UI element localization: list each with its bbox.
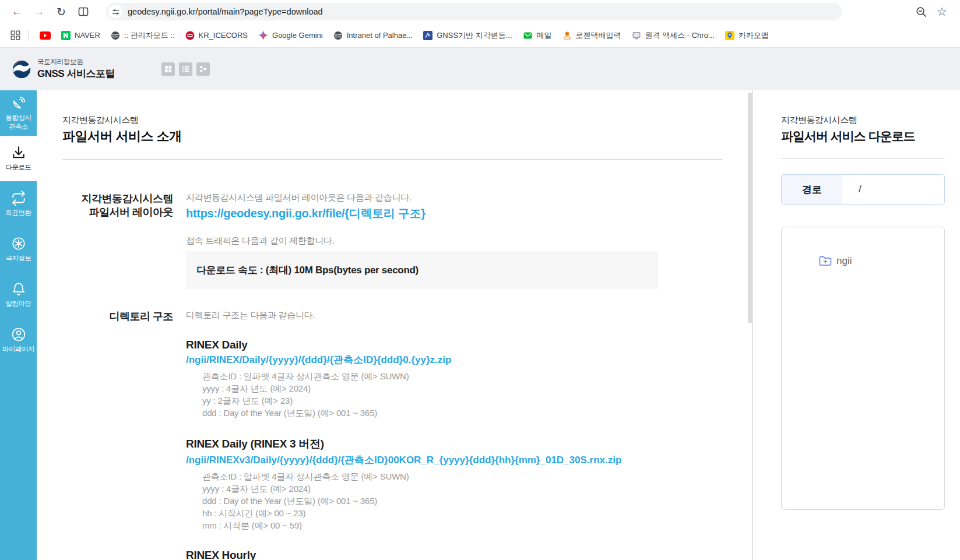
sidebar-item-label: 마이페이지 bbox=[2, 345, 34, 353]
bookmark-intranet-palhae[interactable]: Intranet of Palhae... bbox=[328, 28, 418, 43]
sidebar-item-integrated-stations[interactable]: 통합상시관측소 bbox=[0, 90, 37, 136]
spec-line: yy : 2글자 년도 (예> 23) bbox=[202, 395, 722, 407]
spec-line: ddd : Day of the Year (년도일) (예> 001 ~ 36… bbox=[202, 495, 722, 507]
address-bar[interactable]: geodesy.ngii.go.kr/portal/main?pageType=… bbox=[106, 3, 842, 20]
gemini-icon bbox=[258, 30, 268, 40]
fileserver-url-link[interactable]: https://geodesy.ngii.go.kr/file/{디렉토리 구조… bbox=[186, 206, 426, 221]
main-scrollbar-thumb[interactable] bbox=[748, 93, 752, 323]
list-view-icon[interactable] bbox=[179, 62, 192, 76]
dir-group-rinex-daily-v3: RINEX Daily (RINEX 3 버전) /ngii/RINEXv3/D… bbox=[186, 436, 722, 531]
section-label: 디렉토리 구조 bbox=[62, 310, 173, 560]
youtube-icon bbox=[40, 31, 51, 40]
forward-icon[interactable]: → bbox=[30, 3, 48, 20]
sidebar-item-label: 극지정보 bbox=[6, 254, 31, 262]
apps-grid-icon[interactable] bbox=[7, 27, 23, 44]
bookmark-admin-mode[interactable]: :: 관리자모드 :: bbox=[106, 27, 180, 44]
bookmark-label: 원격 액세스 - Chro... bbox=[645, 30, 715, 41]
sidebar-nav: 통합상시관측소 다운로드 좌표변환 bbox=[0, 90, 37, 560]
path-value: / bbox=[842, 175, 944, 204]
sidebar-item-notice[interactable]: 알림마당 bbox=[0, 272, 37, 318]
main-pane: 지각변동감시시스템 파일서버 서비스 소개 지각변동감시시스템 파일서버 레이아… bbox=[37, 90, 753, 560]
bookmark-label: 메일 bbox=[537, 30, 552, 41]
directory-description: 디렉토리 구조는 다음과 같습니다. bbox=[186, 310, 722, 321]
bookmark-label: GNSS기반 지각변동... bbox=[437, 30, 512, 41]
person-icon bbox=[11, 327, 26, 342]
dir-group-rinex-hourly: RINEX Hourly /ngii/RINEX/Hourly/{yyyy}/{… bbox=[186, 549, 722, 560]
section-label: 지각변동감시시스템 파일서버 레이아웃 bbox=[62, 192, 173, 289]
bookmark-kakaomap[interactable]: 카카오맵 bbox=[720, 27, 774, 44]
sidebar-item-download[interactable]: 다운로드 bbox=[0, 136, 37, 181]
heading-divider bbox=[62, 159, 722, 160]
icecors-icon bbox=[185, 31, 195, 40]
speed-limit-text: 다운로드 속도 : (최대) 10M Bps(bytes per second) bbox=[196, 265, 419, 276]
dir-group-path: /ngii/RINEX/Daily/{yyyy}/{ddd}/{관측소ID}{d… bbox=[186, 353, 451, 367]
bookmark-google-gemini[interactable]: Google Gemini bbox=[253, 27, 328, 43]
mail-icon bbox=[523, 31, 533, 40]
download-panel: 지각변동감시시스템 파일서버 서비스 다운로드 경로 / ngii bbox=[753, 90, 960, 560]
spec-line: hh : 시작시간 (예> 00 ~ 23) bbox=[202, 507, 722, 519]
reload-icon[interactable]: ↻ bbox=[52, 3, 70, 20]
bookmark-star-icon[interactable]: ☆ bbox=[937, 6, 947, 17]
bookmarks-separator bbox=[28, 30, 29, 41]
spec-line: yyyy : 4글자 년도 (예> 2024) bbox=[202, 482, 722, 495]
site-logo[interactable]: 국토지리정보원 GNSS 서비스포털 bbox=[12, 58, 115, 80]
split-view-icon[interactable] bbox=[75, 3, 92, 20]
satellite-dish-icon bbox=[11, 96, 26, 111]
portal-title: GNSS 서비스포털 bbox=[37, 67, 115, 80]
panel-title: 파일서버 서비스 다운로드 bbox=[781, 128, 945, 145]
bookmark-label: 카카오맵 bbox=[739, 30, 769, 41]
bookmark-naver[interactable]: NAVER bbox=[56, 28, 106, 43]
file-browser-box: ngii bbox=[781, 227, 945, 510]
section-body: 디렉토리 구조는 다음과 같습니다. RINEX Daily /ngii/RIN… bbox=[173, 310, 722, 560]
sidebar-item-mypage[interactable]: 마이페이지 bbox=[0, 318, 37, 363]
zoom-out-icon[interactable] bbox=[915, 6, 927, 18]
bell-icon bbox=[11, 281, 26, 297]
toolbar-right: ☆ bbox=[915, 6, 952, 18]
download-icon bbox=[11, 145, 26, 160]
sidebar-item-polar-info[interactable]: 극지정보 bbox=[0, 227, 37, 272]
traffic-description: 접속 트래픽은 다음과 같이 제한합니다. bbox=[186, 235, 722, 246]
bookmarks-bar: NAVER :: 관리자모드 :: KR_ICECORS bbox=[0, 23, 960, 48]
section-body: 지각변동감시시스템 파일서버 레이아웃은 다음과 같습니다. https://g… bbox=[173, 192, 722, 289]
browser-toolbar: ← → ↻ geodesy.ngii.go.kr/portal/main?pag… bbox=[0, 0, 960, 23]
fileserver-layout-section: 지각변동감시시스템 파일서버 레이아웃 지각변동감시시스템 파일서버 레이아웃은… bbox=[62, 192, 722, 289]
spec-line: yyyy : 4글자 년도 (예> 2024) bbox=[202, 382, 722, 395]
bookmark-youtube[interactable] bbox=[34, 29, 56, 43]
sidebar-item-label: 좌표변환 bbox=[6, 209, 31, 217]
content-row: 통합상시관측소 다운로드 좌표변환 bbox=[0, 90, 960, 560]
site-settings-icon[interactable] bbox=[108, 5, 122, 19]
bookmark-remote-access[interactable]: 원격 액세스 - Chro... bbox=[627, 27, 720, 44]
dir-group-title: RINEX Hourly bbox=[186, 549, 722, 560]
bookmark-mail[interactable]: 메일 bbox=[518, 27, 557, 44]
bookmark-label: NAVER bbox=[75, 31, 100, 40]
naver-icon bbox=[61, 31, 71, 40]
sidebar-item-label: 다운로드 bbox=[6, 163, 31, 171]
panel-subtitle: 지각변동감시시스템 bbox=[781, 115, 945, 126]
logo-text: 국토지리정보원 GNSS 서비스포털 bbox=[37, 58, 115, 80]
site-header: 국토지리정보원 GNSS 서비스포털 bbox=[0, 48, 960, 90]
panel-divider bbox=[781, 159, 945, 159]
grid-view-icon[interactable] bbox=[161, 62, 175, 76]
bookmark-kr-icecors[interactable]: KR_ICECORS bbox=[180, 28, 254, 43]
spec-line: 관측소ID : 알파벳 4글자 상시관측소 영문 (예> SUWN) bbox=[202, 470, 722, 482]
dir-group-specs: 관측소ID : 알파벳 4글자 상시관측소 영문 (예> SUWN) yyyy … bbox=[186, 370, 722, 419]
spec-line: 관측소ID : 알파벳 4글자 상시관측소 영문 (예> SUWN) bbox=[202, 370, 722, 382]
folder-plus-icon bbox=[819, 256, 832, 266]
globe-icon bbox=[333, 31, 343, 40]
browser-window: ← → ↻ geodesy.ngii.go.kr/portal/main?pag… bbox=[0, 0, 960, 560]
bookmark-rozen-delivery[interactable]: 로젠택배입력 bbox=[557, 27, 627, 44]
back-icon[interactable]: ← bbox=[8, 3, 26, 20]
folder-item-ngii[interactable]: ngii bbox=[819, 255, 944, 267]
share-icon[interactable] bbox=[196, 62, 210, 76]
globe-icon bbox=[111, 31, 120, 40]
ngii-logo-icon bbox=[12, 59, 31, 79]
path-label: 경로 bbox=[782, 175, 842, 204]
sidebar-item-coordinate-convert[interactable]: 좌표변환 bbox=[0, 181, 37, 227]
current-path-box: 경로 / bbox=[781, 174, 945, 205]
bookmark-gnss-crustal[interactable]: GNSS기반 지각변동... bbox=[418, 27, 517, 44]
gnss-app-icon bbox=[423, 31, 432, 40]
bookmark-label: Google Gemini bbox=[272, 31, 323, 40]
spec-line: ddd : Day of the Year (년도일) (예> 001 ~ 36… bbox=[202, 407, 722, 419]
bookmark-label: Intranet of Palhae... bbox=[347, 31, 413, 40]
bookmark-label: :: 관리자모드 :: bbox=[124, 30, 175, 41]
